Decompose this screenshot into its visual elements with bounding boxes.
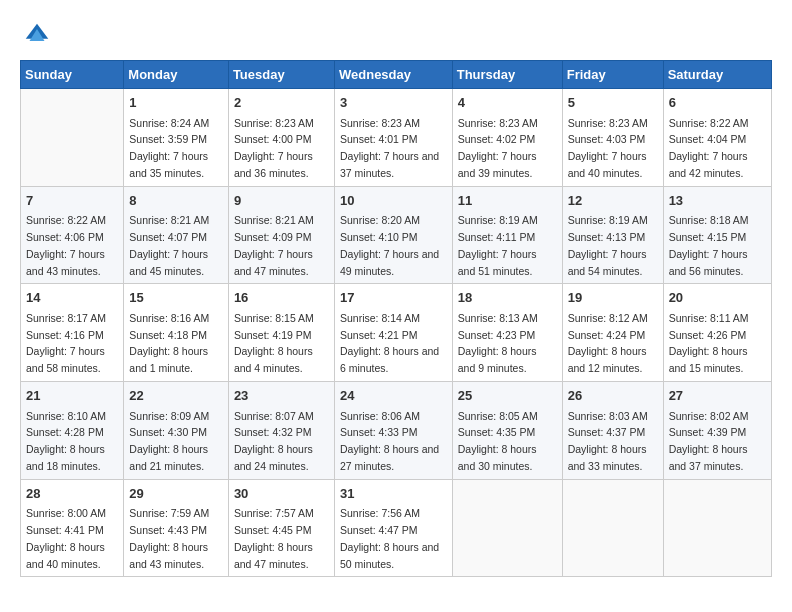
header-wednesday: Wednesday <box>334 61 452 89</box>
day-number: 16 <box>234 288 329 308</box>
day-number: 9 <box>234 191 329 211</box>
calendar-cell: 15Sunrise: 8:16 AMSunset: 4:18 PMDayligh… <box>124 284 229 382</box>
day-detail: Sunrise: 8:09 AMSunset: 4:30 PMDaylight:… <box>129 408 223 475</box>
calendar-cell: 22Sunrise: 8:09 AMSunset: 4:30 PMDayligh… <box>124 382 229 480</box>
day-number: 8 <box>129 191 223 211</box>
header-friday: Friday <box>562 61 663 89</box>
day-number: 31 <box>340 484 447 504</box>
day-number: 17 <box>340 288 447 308</box>
day-number: 15 <box>129 288 223 308</box>
day-detail: Sunrise: 8:07 AMSunset: 4:32 PMDaylight:… <box>234 408 329 475</box>
calendar-cell: 12Sunrise: 8:19 AMSunset: 4:13 PMDayligh… <box>562 186 663 284</box>
day-number: 24 <box>340 386 447 406</box>
day-detail: Sunrise: 8:06 AMSunset: 4:33 PMDaylight:… <box>340 408 447 475</box>
calendar-cell: 3Sunrise: 8:23 AMSunset: 4:01 PMDaylight… <box>334 89 452 187</box>
calendar-cell: 18Sunrise: 8:13 AMSunset: 4:23 PMDayligh… <box>452 284 562 382</box>
calendar-cell: 4Sunrise: 8:23 AMSunset: 4:02 PMDaylight… <box>452 89 562 187</box>
day-detail: Sunrise: 8:19 AMSunset: 4:11 PMDaylight:… <box>458 212 557 279</box>
day-detail: Sunrise: 8:20 AMSunset: 4:10 PMDaylight:… <box>340 212 447 279</box>
day-number: 7 <box>26 191 118 211</box>
day-detail: Sunrise: 8:13 AMSunset: 4:23 PMDaylight:… <box>458 310 557 377</box>
calendar-table: SundayMondayTuesdayWednesdayThursdayFrid… <box>20 60 772 577</box>
day-number: 11 <box>458 191 557 211</box>
day-detail: Sunrise: 8:22 AMSunset: 4:06 PMDaylight:… <box>26 212 118 279</box>
day-detail: Sunrise: 7:59 AMSunset: 4:43 PMDaylight:… <box>129 505 223 572</box>
day-number: 2 <box>234 93 329 113</box>
header-monday: Monday <box>124 61 229 89</box>
calendar-cell: 16Sunrise: 8:15 AMSunset: 4:19 PMDayligh… <box>228 284 334 382</box>
day-detail: Sunrise: 7:57 AMSunset: 4:45 PMDaylight:… <box>234 505 329 572</box>
calendar-cell: 6Sunrise: 8:22 AMSunset: 4:04 PMDaylight… <box>663 89 771 187</box>
day-detail: Sunrise: 8:10 AMSunset: 4:28 PMDaylight:… <box>26 408 118 475</box>
calendar-cell: 7Sunrise: 8:22 AMSunset: 4:06 PMDaylight… <box>21 186 124 284</box>
day-number: 12 <box>568 191 658 211</box>
calendar-cell: 8Sunrise: 8:21 AMSunset: 4:07 PMDaylight… <box>124 186 229 284</box>
day-detail: Sunrise: 8:16 AMSunset: 4:18 PMDaylight:… <box>129 310 223 377</box>
calendar-header-row: SundayMondayTuesdayWednesdayThursdayFrid… <box>21 61 772 89</box>
day-detail: Sunrise: 8:22 AMSunset: 4:04 PMDaylight:… <box>669 115 766 182</box>
day-detail: Sunrise: 8:23 AMSunset: 4:00 PMDaylight:… <box>234 115 329 182</box>
header-thursday: Thursday <box>452 61 562 89</box>
day-detail: Sunrise: 8:21 AMSunset: 4:09 PMDaylight:… <box>234 212 329 279</box>
calendar-cell: 14Sunrise: 8:17 AMSunset: 4:16 PMDayligh… <box>21 284 124 382</box>
calendar-cell: 1Sunrise: 8:24 AMSunset: 3:59 PMDaylight… <box>124 89 229 187</box>
day-number: 19 <box>568 288 658 308</box>
day-number: 3 <box>340 93 447 113</box>
day-detail: Sunrise: 8:02 AMSunset: 4:39 PMDaylight:… <box>669 408 766 475</box>
day-number: 21 <box>26 386 118 406</box>
day-detail: Sunrise: 8:15 AMSunset: 4:19 PMDaylight:… <box>234 310 329 377</box>
day-detail: Sunrise: 8:12 AMSunset: 4:24 PMDaylight:… <box>568 310 658 377</box>
day-number: 30 <box>234 484 329 504</box>
day-number: 13 <box>669 191 766 211</box>
header-tuesday: Tuesday <box>228 61 334 89</box>
day-detail: Sunrise: 8:21 AMSunset: 4:07 PMDaylight:… <box>129 212 223 279</box>
day-number: 22 <box>129 386 223 406</box>
calendar-cell: 17Sunrise: 8:14 AMSunset: 4:21 PMDayligh… <box>334 284 452 382</box>
day-detail: Sunrise: 8:18 AMSunset: 4:15 PMDaylight:… <box>669 212 766 279</box>
day-number: 18 <box>458 288 557 308</box>
day-detail: Sunrise: 8:17 AMSunset: 4:16 PMDaylight:… <box>26 310 118 377</box>
day-number: 5 <box>568 93 658 113</box>
day-detail: Sunrise: 8:00 AMSunset: 4:41 PMDaylight:… <box>26 505 118 572</box>
day-detail: Sunrise: 8:23 AMSunset: 4:02 PMDaylight:… <box>458 115 557 182</box>
day-number: 27 <box>669 386 766 406</box>
calendar-cell: 2Sunrise: 8:23 AMSunset: 4:00 PMDaylight… <box>228 89 334 187</box>
calendar-cell: 13Sunrise: 8:18 AMSunset: 4:15 PMDayligh… <box>663 186 771 284</box>
day-number: 26 <box>568 386 658 406</box>
calendar-cell: 20Sunrise: 8:11 AMSunset: 4:26 PMDayligh… <box>663 284 771 382</box>
day-number: 23 <box>234 386 329 406</box>
day-number: 25 <box>458 386 557 406</box>
calendar-cell: 27Sunrise: 8:02 AMSunset: 4:39 PMDayligh… <box>663 382 771 480</box>
calendar-cell <box>21 89 124 187</box>
calendar-cell <box>663 479 771 577</box>
logo <box>20 20 52 50</box>
calendar-cell: 25Sunrise: 8:05 AMSunset: 4:35 PMDayligh… <box>452 382 562 480</box>
day-detail: Sunrise: 8:23 AMSunset: 4:03 PMDaylight:… <box>568 115 658 182</box>
day-detail: Sunrise: 8:23 AMSunset: 4:01 PMDaylight:… <box>340 115 447 182</box>
day-number: 10 <box>340 191 447 211</box>
header-saturday: Saturday <box>663 61 771 89</box>
day-number: 4 <box>458 93 557 113</box>
calendar-week-row: 14Sunrise: 8:17 AMSunset: 4:16 PMDayligh… <box>21 284 772 382</box>
day-number: 20 <box>669 288 766 308</box>
calendar-cell: 11Sunrise: 8:19 AMSunset: 4:11 PMDayligh… <box>452 186 562 284</box>
day-detail: Sunrise: 7:56 AMSunset: 4:47 PMDaylight:… <box>340 505 447 572</box>
calendar-week-row: 21Sunrise: 8:10 AMSunset: 4:28 PMDayligh… <box>21 382 772 480</box>
day-detail: Sunrise: 8:05 AMSunset: 4:35 PMDaylight:… <box>458 408 557 475</box>
calendar-cell: 23Sunrise: 8:07 AMSunset: 4:32 PMDayligh… <box>228 382 334 480</box>
calendar-cell: 19Sunrise: 8:12 AMSunset: 4:24 PMDayligh… <box>562 284 663 382</box>
calendar-cell: 26Sunrise: 8:03 AMSunset: 4:37 PMDayligh… <box>562 382 663 480</box>
calendar-cell: 9Sunrise: 8:21 AMSunset: 4:09 PMDaylight… <box>228 186 334 284</box>
day-number: 1 <box>129 93 223 113</box>
calendar-cell: 21Sunrise: 8:10 AMSunset: 4:28 PMDayligh… <box>21 382 124 480</box>
day-detail: Sunrise: 8:24 AMSunset: 3:59 PMDaylight:… <box>129 115 223 182</box>
calendar-cell: 29Sunrise: 7:59 AMSunset: 4:43 PMDayligh… <box>124 479 229 577</box>
calendar-week-row: 7Sunrise: 8:22 AMSunset: 4:06 PMDaylight… <box>21 186 772 284</box>
day-number: 6 <box>669 93 766 113</box>
day-detail: Sunrise: 8:03 AMSunset: 4:37 PMDaylight:… <box>568 408 658 475</box>
calendar-cell <box>452 479 562 577</box>
day-detail: Sunrise: 8:14 AMSunset: 4:21 PMDaylight:… <box>340 310 447 377</box>
day-detail: Sunrise: 8:11 AMSunset: 4:26 PMDaylight:… <box>669 310 766 377</box>
day-number: 28 <box>26 484 118 504</box>
calendar-cell: 30Sunrise: 7:57 AMSunset: 4:45 PMDayligh… <box>228 479 334 577</box>
